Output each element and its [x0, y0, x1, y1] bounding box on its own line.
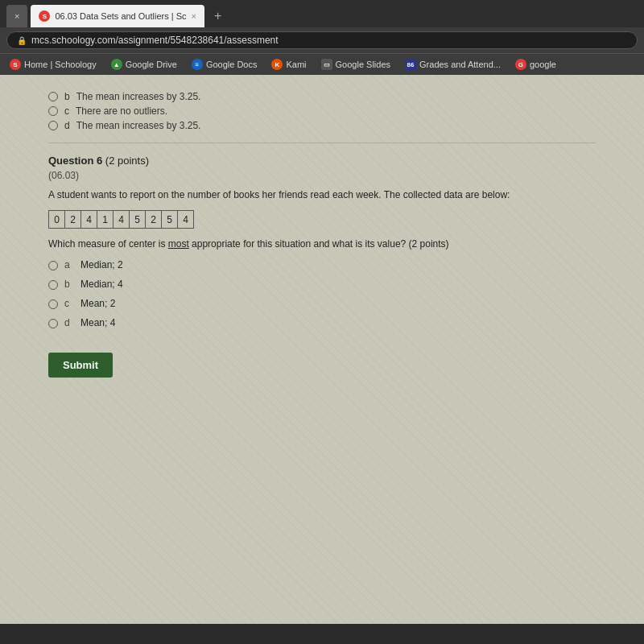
partial-answer-b: b The mean increases by 3.25.: [48, 91, 596, 102]
option-b-letter: b: [64, 91, 70, 102]
browser-chrome: × S 06.03 Data Sets and Outliers | Sc × …: [0, 0, 644, 75]
question-label: Question 6: [48, 155, 102, 167]
cell-5: 5: [130, 211, 146, 229]
tab-closed[interactable]: ×: [6, 5, 27, 27]
bookmark-google-label: google: [530, 60, 556, 69]
cell-8: 4: [178, 211, 194, 229]
bookmark-slides[interactable]: ▭ Google Slides: [318, 57, 394, 72]
question-header: Question 6 (2 points): [48, 155, 596, 167]
option-b-text: Median; 4: [80, 279, 123, 290]
bookmarks-bar: S Home | Schoology ▲ Google Drive ≡ Goog…: [0, 53, 644, 75]
tab-close-btn[interactable]: ×: [192, 11, 196, 21]
cell-3: 1: [97, 211, 114, 229]
option-a-letter: a: [64, 259, 74, 270]
address-text: mcs.schoology.com/assignment/5548238641/…: [31, 35, 279, 46]
sub-question-text: Which measure of center is most appropri…: [48, 237, 596, 251]
lock-icon: 🔒: [17, 36, 27, 45]
submit-section: Submit: [48, 336, 596, 378]
radio-d[interactable]: [48, 121, 58, 130]
bookmark-drive-label: Google Drive: [126, 60, 177, 69]
option-d: d Mean; 4: [48, 317, 596, 328]
bookmark-grades-label: Grades and Attend...: [419, 60, 501, 69]
tab-x-label: ×: [14, 11, 19, 21]
radio-option-b[interactable]: [48, 280, 58, 290]
option-a-text: Median; 2: [80, 259, 123, 270]
option-d-text: The mean increases by 3.25.: [76, 120, 201, 131]
docs-icon: ≡: [192, 59, 203, 70]
address-bar[interactable]: 🔒 mcs.schoology.com/assignment/554823864…: [6, 31, 638, 49]
question6-section: Question 6 (2 points) (06.03) A student …: [48, 155, 596, 328]
data-table: 0 2 4 1 4 5 2 5 4: [48, 210, 194, 229]
bookmark-docs-label: Google Docs: [206, 60, 258, 69]
option-b-letter: b: [64, 279, 74, 290]
option-b: b Median; 4: [48, 279, 596, 290]
cell-1: 2: [65, 211, 81, 229]
bookmark-kami-label: Kami: [286, 60, 306, 69]
page-content: b The mean increases by 3.25. c There ar…: [0, 75, 644, 624]
cell-0: 0: [49, 211, 65, 229]
schoology-icon: S: [10, 59, 21, 70]
partial-answer-d: d The mean increases by 3.25.: [48, 120, 596, 131]
bookmark-schoology[interactable]: S Home | Schoology: [6, 57, 100, 72]
question-code: (06.03): [48, 170, 596, 181]
bookmark-drive[interactable]: ▲ Google Drive: [108, 57, 180, 72]
bookmark-slides-label: Google Slides: [336, 60, 391, 69]
answer-options: a Median; 2 b Median; 4 c Mean; 2 d Mean…: [48, 259, 596, 328]
kami-icon: K: [271, 59, 283, 70]
radio-option-c[interactable]: [48, 299, 58, 309]
radio-b[interactable]: [48, 92, 58, 101]
tab-title: 06.03 Data Sets and Outliers | Sc: [55, 11, 186, 21]
option-d-text: Mean; 4: [80, 317, 115, 328]
grades-icon: 86: [405, 59, 416, 70]
question-points: (2 points): [105, 155, 149, 167]
bookmark-grades[interactable]: 86 Grades and Attend...: [402, 57, 504, 72]
option-d-letter: d: [64, 317, 74, 328]
cell-4: 4: [114, 211, 130, 229]
option-c: c Mean; 2: [48, 298, 596, 309]
radio-option-a[interactable]: [48, 261, 58, 270]
drive-icon: ▲: [111, 59, 122, 70]
slides-icon: ▭: [321, 59, 332, 70]
option-c-text: Mean; 2: [80, 298, 115, 309]
option-c-letter: c: [64, 105, 69, 117]
bookmark-google[interactable]: G google: [512, 57, 559, 72]
radio-option-d[interactable]: [48, 319, 58, 328]
option-d-letter: d: [64, 120, 70, 131]
option-a: a Median; 2: [48, 259, 596, 270]
tab-active[interactable]: S 06.03 Data Sets and Outliers | Sc ×: [31, 5, 204, 27]
new-tab-button[interactable]: +: [208, 5, 228, 27]
address-bar-row: 🔒 mcs.schoology.com/assignment/554823864…: [0, 27, 644, 53]
submit-button[interactable]: Submit: [48, 353, 113, 378]
bookmark-schoology-label: Home | Schoology: [24, 60, 97, 69]
question-text: A student wants to report on the number …: [48, 188, 596, 202]
bookmark-docs[interactable]: ≡ Google Docs: [188, 57, 261, 72]
cell-7: 5: [162, 211, 178, 229]
section-divider: [48, 142, 596, 143]
tab-favicon: S: [39, 10, 50, 22]
cell-6: 2: [146, 211, 162, 229]
option-c-letter: c: [64, 298, 74, 309]
tab-bar: × S 06.03 Data Sets and Outliers | Sc × …: [0, 0, 644, 27]
google-icon: G: [515, 59, 526, 70]
option-c-text: There are no outliers.: [76, 105, 167, 117]
cell-2: 4: [81, 211, 97, 229]
partial-answers: b The mean increases by 3.25. c There ar…: [48, 91, 596, 131]
data-row: 0 2 4 1 4 5 2 5 4: [49, 211, 194, 229]
option-b-text: The mean increases by 3.25.: [76, 91, 201, 102]
bookmark-kami[interactable]: K Kami: [268, 57, 309, 72]
partial-answer-c: c There are no outliers.: [48, 105, 596, 117]
radio-c[interactable]: [48, 106, 58, 116]
